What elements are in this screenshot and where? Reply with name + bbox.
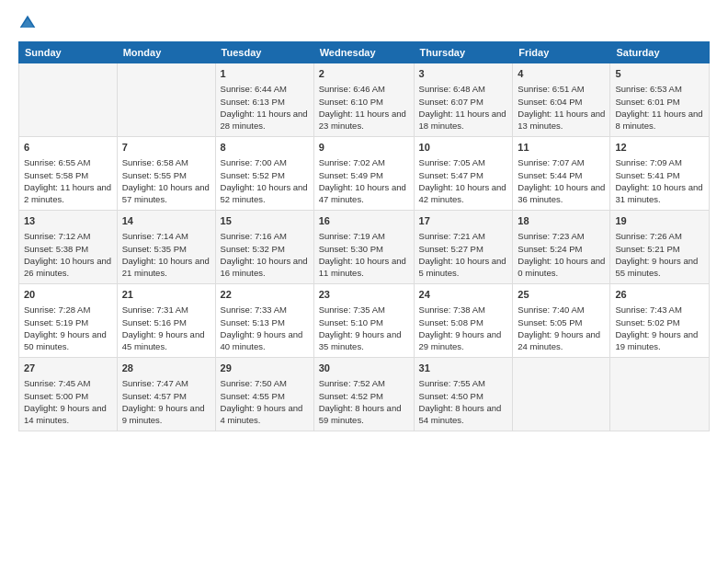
- calendar-week-0: 1Sunrise: 6:44 AMSunset: 6:13 PMDaylight…: [19, 63, 710, 137]
- calendar-cell: 12Sunrise: 7:09 AMSunset: 5:41 PMDayligh…: [610, 137, 710, 211]
- day-info: Sunset: 6:01 PM: [615, 96, 704, 108]
- day-info: Daylight: 10 hours and 36 minutes.: [518, 181, 605, 206]
- calendar-cell: 9Sunrise: 7:02 AMSunset: 5:49 PMDaylight…: [313, 137, 414, 211]
- day-info: Daylight: 10 hours and 11 minutes.: [319, 255, 409, 280]
- day-info: Sunrise: 7:02 AM: [319, 156, 409, 168]
- day-info: Sunrise: 6:44 AM: [221, 83, 309, 95]
- day-number: 10: [419, 141, 508, 155]
- day-info: Sunrise: 7:45 AM: [24, 377, 112, 389]
- day-number: 3: [419, 67, 508, 81]
- day-info: Daylight: 9 hours and 9 minutes.: [122, 402, 210, 427]
- header: [18, 14, 710, 32]
- day-info: Sunrise: 6:53 AM: [615, 83, 704, 95]
- day-info: Sunset: 6:10 PM: [319, 96, 409, 108]
- day-number: 16: [319, 214, 409, 228]
- day-info: Sunrise: 6:48 AM: [419, 83, 508, 95]
- day-number: 11: [518, 141, 605, 155]
- day-number: 28: [122, 362, 210, 375]
- day-info: Sunset: 5:55 PM: [122, 169, 210, 181]
- calendar-cell: 22Sunrise: 7:33 AMSunset: 5:13 PMDayligh…: [215, 284, 313, 358]
- calendar-cell: 23Sunrise: 7:35 AMSunset: 5:10 PMDayligh…: [313, 284, 414, 358]
- calendar-cell: 24Sunrise: 7:38 AMSunset: 5:08 PMDayligh…: [414, 284, 513, 358]
- day-info: Sunrise: 7:21 AM: [419, 230, 508, 242]
- calendar-week-1: 6Sunrise: 6:55 AMSunset: 5:58 PMDaylight…: [19, 137, 710, 211]
- calendar-cell: 28Sunrise: 7:47 AMSunset: 4:57 PMDayligh…: [117, 358, 215, 431]
- day-info: Sunset: 5:16 PM: [122, 316, 210, 328]
- day-number: 15: [221, 214, 309, 228]
- day-info: Sunset: 5:24 PM: [518, 243, 605, 255]
- day-info: Sunrise: 7:50 AM: [221, 377, 309, 389]
- day-info: Sunset: 4:50 PM: [419, 390, 508, 402]
- day-info: Daylight: 11 hours and 18 minutes.: [419, 108, 508, 132]
- day-info: Sunset: 5:19 PM: [24, 316, 112, 328]
- calendar-header-thursday: Thursday: [414, 42, 513, 63]
- day-info: Sunset: 5:30 PM: [319, 243, 409, 255]
- day-number: 7: [122, 141, 210, 155]
- calendar-week-3: 20Sunrise: 7:28 AMSunset: 5:19 PMDayligh…: [19, 284, 710, 358]
- calendar-header-saturday: Saturday: [610, 42, 710, 63]
- calendar-cell: 1Sunrise: 6:44 AMSunset: 6:13 PMDaylight…: [215, 63, 313, 137]
- day-info: Sunrise: 7:38 AM: [419, 304, 508, 316]
- day-info: Daylight: 9 hours and 19 minutes.: [615, 328, 704, 353]
- day-info: Sunrise: 7:40 AM: [518, 304, 605, 316]
- day-info: Sunrise: 7:12 AM: [24, 230, 112, 242]
- calendar-header-row: SundayMondayTuesdayWednesdayThursdayFrid…: [19, 42, 710, 63]
- day-info: Daylight: 9 hours and 40 minutes.: [221, 328, 309, 353]
- day-info: Daylight: 10 hours and 21 minutes.: [122, 255, 210, 280]
- day-info: Sunrise: 7:31 AM: [122, 304, 210, 316]
- day-info: Daylight: 10 hours and 42 minutes.: [419, 181, 508, 206]
- calendar-cell: 2Sunrise: 6:46 AMSunset: 6:10 PMDaylight…: [313, 63, 414, 137]
- day-number: 19: [615, 214, 704, 228]
- calendar-header-friday: Friday: [513, 42, 610, 63]
- logo: [18, 14, 40, 32]
- calendar-cell: 4Sunrise: 6:51 AMSunset: 6:04 PMDaylight…: [513, 63, 610, 137]
- day-info: Sunrise: 7:35 AM: [319, 304, 409, 316]
- day-info: Sunrise: 7:07 AM: [518, 156, 605, 168]
- day-info: Sunset: 5:35 PM: [122, 243, 210, 255]
- calendar-cell: 14Sunrise: 7:14 AMSunset: 5:35 PMDayligh…: [117, 211, 215, 284]
- day-info: Daylight: 8 hours and 54 minutes.: [419, 402, 508, 427]
- day-info: Sunset: 4:55 PM: [221, 390, 309, 402]
- day-info: Sunrise: 7:28 AM: [24, 304, 112, 316]
- day-info: Daylight: 10 hours and 47 minutes.: [319, 181, 409, 206]
- day-info: Sunset: 5:32 PM: [221, 243, 309, 255]
- day-number: 24: [419, 288, 508, 302]
- calendar-week-2: 13Sunrise: 7:12 AMSunset: 5:38 PMDayligh…: [19, 211, 710, 284]
- calendar-cell: 11Sunrise: 7:07 AMSunset: 5:44 PMDayligh…: [513, 137, 610, 211]
- day-info: Daylight: 10 hours and 52 minutes.: [221, 181, 309, 206]
- day-info: Sunset: 5:08 PM: [419, 316, 508, 328]
- day-number: 26: [615, 288, 704, 302]
- day-info: Sunset: 6:07 PM: [419, 96, 508, 108]
- day-info: Daylight: 11 hours and 2 minutes.: [24, 181, 112, 206]
- day-info: Sunrise: 7:33 AM: [221, 304, 309, 316]
- day-info: Sunrise: 6:46 AM: [319, 83, 409, 95]
- calendar-cell: 19Sunrise: 7:26 AMSunset: 5:21 PMDayligh…: [610, 211, 710, 284]
- calendar-cell: [513, 358, 610, 431]
- calendar-cell: 21Sunrise: 7:31 AMSunset: 5:16 PMDayligh…: [117, 284, 215, 358]
- day-info: Sunset: 5:41 PM: [615, 169, 704, 181]
- day-info: Sunrise: 6:51 AM: [518, 83, 605, 95]
- day-info: Sunset: 5:02 PM: [615, 316, 704, 328]
- day-info: Sunrise: 7:26 AM: [615, 230, 704, 242]
- day-info: Daylight: 10 hours and 31 minutes.: [615, 181, 704, 206]
- day-info: Sunset: 5:00 PM: [24, 390, 112, 402]
- day-info: Sunrise: 7:43 AM: [615, 304, 704, 316]
- day-number: 25: [518, 288, 605, 302]
- calendar-header-monday: Monday: [117, 42, 215, 63]
- day-info: Daylight: 9 hours and 14 minutes.: [24, 402, 112, 427]
- calendar-header-tuesday: Tuesday: [215, 42, 313, 63]
- day-info: Daylight: 10 hours and 57 minutes.: [122, 181, 210, 206]
- day-info: Sunrise: 7:52 AM: [319, 377, 409, 389]
- day-info: Sunset: 4:52 PM: [319, 390, 409, 402]
- day-info: Sunset: 5:58 PM: [24, 169, 112, 181]
- day-info: Sunrise: 7:19 AM: [319, 230, 409, 242]
- day-info: Daylight: 9 hours and 35 minutes.: [319, 328, 409, 353]
- day-number: 4: [518, 67, 605, 81]
- day-info: Daylight: 10 hours and 5 minutes.: [419, 255, 508, 280]
- calendar-cell: [117, 63, 215, 137]
- day-number: 29: [221, 362, 309, 375]
- calendar-cell: 13Sunrise: 7:12 AMSunset: 5:38 PMDayligh…: [19, 211, 118, 284]
- day-info: Sunset: 5:27 PM: [419, 243, 508, 255]
- day-info: Sunrise: 7:00 AM: [221, 156, 309, 168]
- day-info: Sunset: 6:04 PM: [518, 96, 605, 108]
